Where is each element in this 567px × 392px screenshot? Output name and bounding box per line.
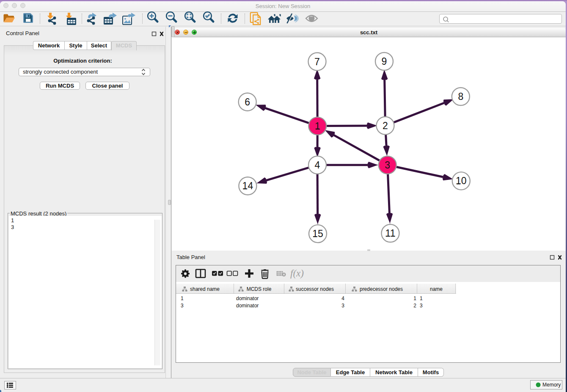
- svg-text:4: 4: [315, 160, 320, 171]
- svg-text:15: 15: [312, 228, 323, 239]
- svg-text:2: 2: [383, 120, 388, 131]
- svg-text:1: 1: [315, 121, 320, 132]
- svg-text:f(x): f(x): [290, 268, 304, 279]
- svg-text:14: 14: [242, 180, 253, 191]
- svg-text:11: 11: [385, 228, 396, 239]
- svg-text:3: 3: [385, 160, 390, 171]
- svg-text:10: 10: [456, 175, 467, 186]
- svg-text:8: 8: [458, 91, 463, 102]
- svg-text:7: 7: [314, 56, 320, 67]
- svg-text:6: 6: [245, 97, 250, 108]
- svg-text:9: 9: [382, 56, 387, 67]
